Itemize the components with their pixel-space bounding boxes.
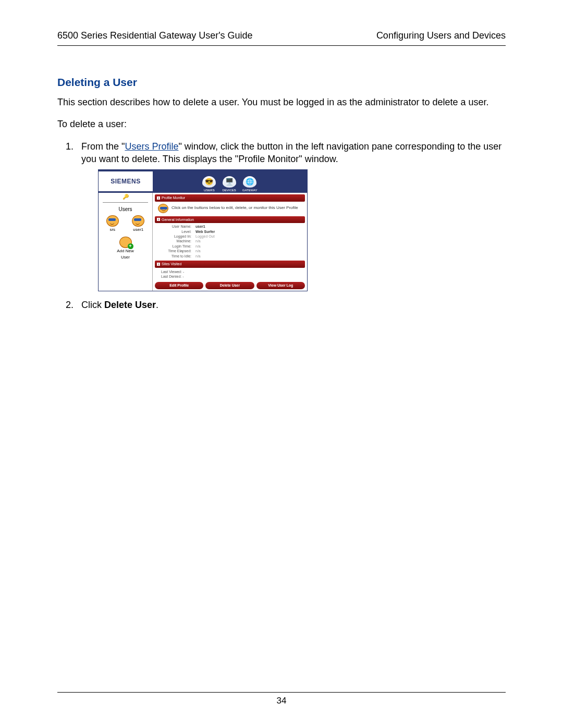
left-nav-pane: 🔑 Users srs user1 (99, 193, 153, 291)
instruction-list: From the "Users Profile" window, click t… (57, 140, 506, 312)
tab-gateway-label: GATEWAY (242, 188, 258, 192)
profile-monitor-label: Profile Monitor (162, 195, 185, 200)
devices-tab-icon: 🖥️ (223, 176, 236, 188)
last-denied-text: Last Denied: - (161, 274, 305, 279)
tab-gateway[interactable]: 🌐 GATEWAY (242, 176, 258, 192)
info-value: n/a (195, 254, 201, 258)
info-value: n/a (195, 239, 201, 243)
info-label: Time to Idle: (164, 254, 191, 258)
last-viewed-text: Last Viewed: - (161, 269, 305, 274)
step-2-bold: Delete User (104, 300, 156, 310)
tab-users[interactable]: 😎 USERS (202, 176, 216, 192)
info-label: Time Elapsed: (164, 249, 191, 253)
header-left: 6500 Series Residential Gateway User's G… (57, 30, 253, 41)
info-label: Machine: (164, 239, 191, 243)
user-avatar-icon (132, 215, 144, 227)
info-value: n/a (195, 249, 201, 253)
tab-devices[interactable]: 🖥️ DEVICES (222, 176, 236, 192)
key-icon: 🔑 (100, 195, 151, 199)
sites-visited-info: Last Viewed: - Last Denied: - (155, 268, 305, 281)
section-heading: Deleting a User (57, 76, 506, 89)
edit-profile-button[interactable]: Edit Profile (155, 282, 203, 289)
sidebar-add-new-user[interactable]: Add New User (100, 235, 151, 261)
sites-visited-bar: i Sites Visited (155, 261, 305, 267)
sidebar-user-srs-label: srs (109, 227, 115, 233)
sidebar-user-user1-label: user1 (133, 227, 143, 233)
step-2-post: . (156, 300, 158, 310)
page-footer: 34 (57, 692, 506, 706)
page-header: 6500 Series Residential Gateway User's G… (57, 30, 506, 46)
step-2-pre: Click (81, 300, 104, 310)
main-content-pane: i Profile Monitor Click on the buttons b… (153, 193, 307, 291)
profile-description-text: Click on the buttons below to edit, dele… (172, 205, 298, 211)
user-avatar-icon (106, 215, 119, 227)
info-value: user1 (195, 224, 205, 229)
sites-visited-label: Sites Visited (162, 262, 181, 266)
lead-in-text: To delete a user: (57, 118, 506, 130)
view-user-log-button[interactable]: View User Log (256, 282, 305, 289)
step-1: From the "Users Profile" window, click t… (76, 140, 506, 291)
info-value: Web Surfer (195, 229, 215, 234)
page-number: 34 (277, 696, 287, 706)
sidebar-user-srs[interactable]: srs (106, 215, 119, 233)
delete-user-button[interactable]: Delete User (205, 282, 254, 289)
general-information-label: General Information (162, 217, 194, 222)
users-profile-link[interactable]: Users Profile (125, 141, 178, 152)
sidebar-users-heading: Users (100, 206, 151, 213)
sidebar-add-new-label: Add New (117, 249, 133, 254)
profile-monitor-screenshot: SIEMENS 😎 USERS 🖥️ DEVICES 🌐 GATEWAY (98, 169, 308, 291)
info-label: Level: (164, 229, 191, 234)
info-label: User Name: (164, 224, 191, 229)
tab-users-label: USERS (204, 188, 215, 192)
info-label: Logged In: (164, 234, 191, 239)
info-value: Logged Out (195, 234, 215, 239)
gateway-tab-icon: 🌐 (243, 176, 256, 188)
users-tab-icon: 😎 (202, 176, 216, 188)
info-value: n/a (195, 244, 201, 249)
profile-face-icon (158, 204, 168, 213)
header-right: Configuring Users and Devices (376, 30, 506, 41)
siemens-logo: SIEMENS (99, 171, 153, 191)
general-information-bar: i General Information (155, 216, 305, 223)
sidebar-user-user1[interactable]: user1 (132, 215, 144, 233)
sidebar-add-user-label: User (121, 255, 130, 261)
profile-monitor-bar: i Profile Monitor (155, 194, 305, 201)
tab-devices-label: DEVICES (222, 188, 236, 192)
step-1-pre: From the " (81, 141, 125, 152)
step-2: Click Delete User. (76, 299, 506, 311)
general-info-table: User Name:user1 Level:Web Surfer Logged … (155, 223, 305, 261)
add-user-icon (119, 237, 132, 248)
info-label: Login Time: (164, 244, 191, 249)
app-topbar: SIEMENS 😎 USERS 🖥️ DEVICES 🌐 GATEWAY (99, 170, 307, 193)
intro-paragraph: This section describes how to delete a u… (57, 96, 506, 108)
